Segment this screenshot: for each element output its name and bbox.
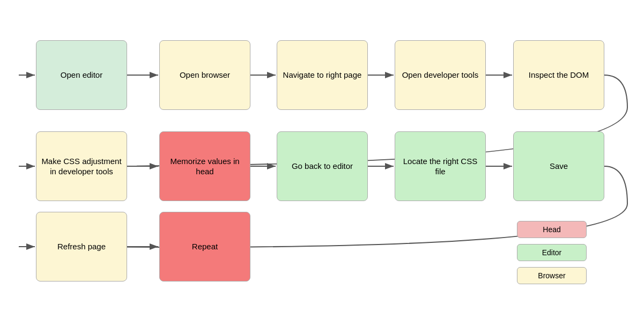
save-box: Save: [513, 131, 604, 201]
repeat-box: Repeat: [159, 212, 250, 282]
inspect-dom-box: Inspect the DOM: [513, 40, 604, 110]
diagram-container: Open editor Open browser Navigate to rig…: [0, 0, 644, 311]
open-devtools-box: Open developer tools: [395, 40, 486, 110]
legend-head: Head: [517, 221, 587, 238]
open-editor-box: Open editor: [36, 40, 127, 110]
open-browser-label: Open browser: [180, 70, 230, 80]
go-back-box: Go back to editor: [277, 131, 368, 201]
memorize-box: Memorize values in head: [159, 131, 250, 201]
legend-browser-label: Browser: [538, 271, 565, 280]
inspect-dom-label: Inspect the DOM: [529, 70, 589, 80]
navigate-label: Navigate to right page: [283, 70, 362, 80]
open-devtools-label: Open developer tools: [402, 70, 479, 80]
locate-css-box: Locate the right CSS file: [395, 131, 486, 201]
open-editor-label: Open editor: [61, 70, 102, 80]
go-back-label: Go back to editor: [292, 161, 353, 172]
legend-head-label: Head: [543, 225, 560, 234]
locate-css-label: Locate the right CSS file: [399, 156, 481, 177]
make-css-box: Make CSS adjustment in developer tools: [36, 131, 127, 201]
legend-browser: Browser: [517, 267, 587, 284]
legend-editor-label: Editor: [542, 248, 562, 257]
refresh-box: Refresh page: [36, 212, 127, 282]
legend-editor: Editor: [517, 244, 587, 261]
repeat-label: Repeat: [192, 241, 218, 252]
make-css-label: Make CSS adjustment in developer tools: [41, 156, 122, 177]
refresh-label: Refresh page: [57, 241, 106, 252]
memorize-label: Memorize values in head: [164, 156, 246, 177]
open-browser-box: Open browser: [159, 40, 250, 110]
navigate-box: Navigate to right page: [277, 40, 368, 110]
save-label: Save: [550, 161, 568, 172]
